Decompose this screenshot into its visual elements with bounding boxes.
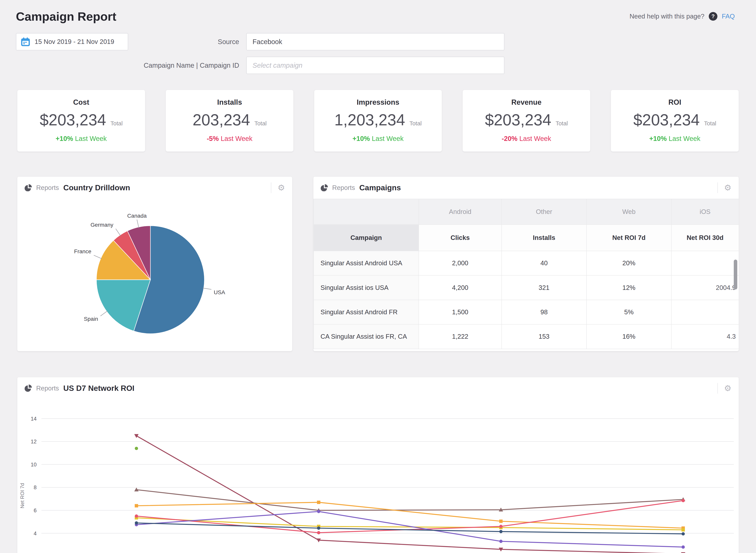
line-series-0 [136,436,683,553]
pie-label-line [203,288,212,290]
reports-pie-icon [25,385,32,392]
pie-label-line [94,255,101,259]
kpi-title: Impressions [318,98,438,106]
data-point [499,525,503,528]
kpi-delta: +10%Last Week [21,135,141,143]
filter-bar: 15 Nov 2019 - 21 Nov 2019 Source Campaig… [0,23,756,74]
panel-kicker: Reports [36,184,59,191]
help-area: Need help with this page? ? FAQ [629,12,735,21]
campaigns-table: AndroidOtherWebiOSCampaignClicksInstalls… [313,199,739,349]
kpi-unit: Total [704,120,716,127]
campaign-select-input[interactable] [246,57,504,74]
metric-cell: 153 [502,324,587,349]
data-point [317,527,320,530]
pie-label: Canada [127,213,147,219]
metric-cell: 1,222 [419,324,502,349]
campaign-name-cell: CA Singular Assist ios FR, CA [314,324,419,349]
network-roi-line-chart: 468101214Net ROI 7d [17,399,739,553]
metric-cell: 20% [587,251,671,275]
panel-header: Reports Country Drilldown ⚙ [17,177,292,199]
metric-cell [671,300,739,324]
page-title: Campaign Report [16,10,117,23]
kpi-unit: Total [254,120,267,127]
column-header[interactable]: Campaign [314,225,419,251]
help-icon[interactable]: ? [709,12,717,21]
settings-gear-icon[interactable]: ⚙ [724,384,731,392]
kpi-delta: +10%Last Week [318,135,438,143]
column-header[interactable]: Net ROI 30d [671,225,739,251]
kpi-delta: -20%Last Week [466,135,586,143]
pie-label-line [100,311,107,316]
calendar-icon [21,37,30,47]
data-point [135,447,138,450]
metric-cell: 5% [587,300,671,324]
kpi-card-revenue: Revenue$203,234Total-20%Last Week [463,90,590,152]
kpi-card-impressions: Impressions1,203,234Total+10%Last Week [314,90,442,152]
data-point [499,530,503,533]
metric-cell: 16% [587,324,671,349]
group-header-blank [314,199,419,224]
line-series-3 [136,502,683,528]
country-pie-chart: USASpainFranceGermanyCanada [17,199,292,351]
campaign-name-cell: Singular Assist Android FR [314,300,419,324]
panel-header: Reports Campaigns ⚙ [313,177,739,199]
faq-link[interactable]: FAQ [722,13,735,20]
kpi-delta: +10%Last Week [615,135,735,143]
table-scrollbar-thumb[interactable] [734,259,737,290]
column-header[interactable]: Installs [502,225,587,251]
data-point [317,501,320,504]
kpi-unit: Total [555,120,568,127]
reports-pie-icon [321,184,328,191]
kpi-title: ROI [615,98,735,106]
date-range-picker[interactable]: 15 Nov 2019 - 21 Nov 2019 [16,33,128,51]
panel-title: Country Drilldown [63,183,130,192]
y-tick-label: 12 [31,439,36,445]
kpi-value: 203,234 [193,111,250,129]
column-header[interactable]: Clicks [419,225,502,251]
pie-label: Spain [84,316,98,322]
data-point [134,434,139,438]
reports-pie-icon [25,184,32,191]
metric-cell: 2,000 [419,251,502,275]
campaign-report-page: Campaign Report Need help with this page… [0,0,756,553]
campaign-name-cell: Singular Assist Android USA [314,251,419,275]
y-tick-label: 4 [34,531,36,537]
table-row[interactable]: Singular Assist Android FR1,500985% [314,300,739,324]
metric-cell: 98 [502,300,587,324]
kpi-unit: Total [110,120,123,127]
table-row[interactable]: CA Singular Assist ios FR, CA1,22215316%… [314,324,739,349]
line-series-2 [136,490,683,510]
data-point [499,540,503,543]
settings-gear-icon[interactable]: ⚙ [278,184,285,192]
data-point [317,531,320,535]
panel-header: Reports US D7 Network ROI ⚙ [17,377,739,399]
campaigns-panel: Reports Campaigns ⚙ AndroidOtherWebiOSCa… [313,177,739,351]
table-row[interactable]: Singular Assist Android USA2,0004020% [314,251,739,275]
kpi-value: $203,234 [40,111,106,129]
metric-cell: 4.3 [671,324,739,349]
kpi-title: Installs [170,98,290,106]
metric-cell: 2004.9 [671,275,739,300]
source-input[interactable] [246,33,504,51]
data-point [682,499,685,502]
metric-cell: 4,200 [419,275,502,300]
country-drilldown-panel: Reports Country Drilldown ⚙ USASpainFran… [17,177,292,351]
pie-label: France [74,249,91,255]
kpi-title: Cost [21,98,141,106]
group-header-Web: Web [587,199,671,224]
reports-row: Reports Country Drilldown ⚙ USASpainFran… [0,177,756,351]
metric-cell [671,251,739,275]
pie-label-line [116,229,121,236]
kpi-delta: -5%Last Week [170,135,290,143]
data-point [682,532,685,536]
date-range-value: 15 Nov 2019 - 21 Nov 2019 [34,38,114,46]
column-header[interactable]: Net ROI 7d [587,225,671,251]
source-label: Source [128,38,239,46]
group-header-Android: Android [419,199,502,224]
y-tick-label: 14 [31,416,36,422]
settings-gear-icon[interactable]: ⚙ [724,184,731,192]
kpi-value: $203,234 [633,111,700,129]
table-row[interactable]: Singular Assist ios USA4,20032112%2004.9 [314,275,739,300]
group-header-iOS: iOS [671,199,739,224]
pie-label: Germany [90,222,114,228]
